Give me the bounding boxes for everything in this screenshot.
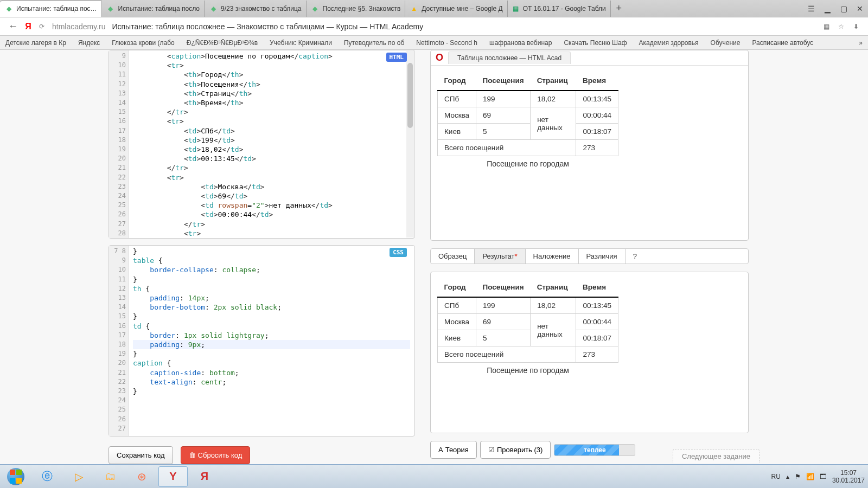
compare-tab[interactable]: Результат*: [475, 249, 525, 264]
html-code[interactable]: <caption>Посещение по городам</caption> …: [129, 50, 414, 238]
taskbar-yandex[interactable]: Я: [190, 466, 219, 487]
browser-tab-strip: ◆Испытание: таблица пос…◆Испытание: табл…: [0, 0, 868, 17]
css-gutter: 7 8 9 10 11 12 13 14 15 16 17 18 19 20 2…: [109, 246, 129, 436]
table-cell: 18,02: [531, 91, 576, 107]
bookmark-item[interactable]: Яндекс: [78, 39, 100, 47]
scrollbar[interactable]: [406, 51, 414, 237]
html-gutter: 9 10 11 12 13 14 15 16 17 18 19 20 21 22…: [109, 50, 129, 238]
menu-icon[interactable]: ☰: [803, 4, 819, 13]
url-domain: htmlacademy.ru: [52, 22, 106, 31]
table-header: Время: [576, 278, 618, 297]
taskbar-yandex-browser[interactable]: Y: [158, 466, 188, 487]
bookmark-item[interactable]: Ð¿Ñ€Ð¾Ð³Ñ€ÐµÐ³Ð¾в: [187, 39, 258, 47]
reload-button[interactable]: ⟳: [36, 23, 48, 30]
table-row: Киев500:18:07: [438, 124, 618, 140]
browser-tab[interactable]: ▦ОТ 16.01.17 - Google Табли: [508, 1, 611, 17]
html-editor[interactable]: HTML 9 10 11 12 13 14 15 16 17 18 19 20 …: [108, 50, 415, 239]
new-tab-button[interactable]: +: [611, 1, 627, 17]
extension-icon[interactable]: ▦: [820, 23, 833, 30]
scroll-thumb[interactable]: [407, 63, 413, 128]
css-badge: CSS: [390, 248, 407, 257]
table-cell: 199: [476, 91, 531, 107]
tray-chevron-icon[interactable]: ▴: [786, 473, 789, 480]
preview-tab[interactable]: Таблица посложнее — HTML Acad: [448, 52, 571, 64]
tray-time: 15:07: [832, 469, 865, 477]
compare-tabs: ОбразецРезультат*НаложениеРазличия?: [430, 248, 749, 264]
tray-lang[interactable]: RU: [771, 473, 781, 480]
yandex-logo-icon[interactable]: Я: [21, 22, 36, 31]
table-row: Москва69нет данных00:00:44: [438, 314, 618, 330]
favicon-icon: ◆: [4, 4, 13, 13]
compare-tab[interactable]: Различия: [579, 249, 626, 264]
url-title: Испытание: таблица посложнее — Знакомств…: [112, 22, 423, 31]
browser-tab[interactable]: ◆Последние §5. Знакомств: [307, 1, 406, 17]
bookmark-item[interactable]: Скачать Песню Шаф: [564, 39, 627, 47]
table-cell: 00:13:45: [576, 91, 618, 107]
download-icon[interactable]: ⬇: [850, 23, 863, 30]
bookmark-item[interactable]: Детские лагеря в Кр: [5, 39, 66, 47]
tray-network-icon[interactable]: 📶: [806, 473, 814, 480]
bookmark-item[interactable]: Глюкоза крови (лабо: [112, 39, 175, 47]
bookmark-item[interactable]: Учебник: Криминали: [270, 39, 332, 47]
favicon-icon: ◆: [106, 4, 115, 13]
tab-label: Последние §5. Знакомств: [323, 5, 401, 12]
bookmark-item[interactable]: Расписание автобус: [752, 39, 813, 47]
table-header: Страниц: [531, 278, 576, 297]
table-cell: Киев: [438, 124, 476, 140]
table-cell: Всего посещений: [438, 346, 576, 363]
table-row: Всего посещений273: [438, 346, 618, 363]
bookmark-item[interactable]: шафранова вебинар: [489, 39, 552, 47]
bookmark-item[interactable]: Путеводитель по об: [344, 39, 404, 47]
address-bar: ← Я ⟳ htmlacademy.ru Испытание: таблица …: [0, 17, 868, 36]
next-task-button[interactable]: Следующее задание: [673, 449, 760, 463]
bookmark-item[interactable]: Обучение: [711, 39, 741, 47]
css-code[interactable]: }table { border-collapse: collapse;}th {…: [129, 246, 414, 436]
browser-tab[interactable]: ◆Испытание: таблица пос…: [0, 1, 102, 17]
table-cell: Москва: [438, 314, 476, 330]
save-code-button[interactable]: Сохранить код: [108, 446, 173, 464]
taskbar-app[interactable]: ⊛: [127, 466, 156, 487]
table-cell: нет данных: [531, 107, 576, 140]
bookmarks-overflow[interactable]: »: [859, 39, 863, 47]
bookmark-item[interactable]: Академия здоровья: [639, 39, 699, 47]
theory-button[interactable]: AТеория: [430, 441, 477, 459]
table-cell: 273: [576, 140, 618, 156]
progress-label: теплее: [554, 445, 635, 455]
taskbar-media[interactable]: ▷: [64, 466, 93, 487]
start-button[interactable]: [1, 466, 30, 487]
tab-label: 9/23 знакомство с таблица: [221, 5, 302, 12]
compare-tab[interactable]: Наложение: [526, 249, 579, 264]
taskbar-ie[interactable]: ⓔ: [33, 466, 62, 487]
compare-tab[interactable]: Образец: [431, 249, 475, 264]
reset-code-button[interactable]: 🗑Сбросить код: [181, 446, 251, 464]
table-header: Время: [576, 71, 618, 91]
favicon-icon: ▦: [512, 4, 520, 13]
tray-clock[interactable]: 15:07 30.01.2017: [832, 469, 865, 484]
table-cell: 00:18:07: [576, 124, 618, 140]
css-editor[interactable]: CSS 7 8 9 10 11 12 13 14 15 16 17 18 19 …: [108, 245, 415, 436]
minimize-icon[interactable]: ▁: [819, 4, 835, 13]
table-row: СПб19918,0200:13:45: [438, 297, 618, 314]
browser-tab[interactable]: ▲Доступные мне – Google Д: [405, 1, 507, 17]
bookmark-item[interactable]: Nettimoto - Second h: [416, 39, 477, 47]
tray-battery-icon[interactable]: 🗔: [820, 473, 826, 480]
theory-label: Теория: [445, 446, 469, 454]
table-header: Город: [438, 71, 476, 91]
back-button[interactable]: ←: [5, 21, 21, 32]
taskbar: ⓔ ▷ 🗂 ⊛ Y Я RU ▴ ⚑ 📶 🗔 15:07 30.01.2017: [0, 464, 868, 488]
bookmarks-bar: Детские лагеря в КрЯндексГлюкоза крови (…: [0, 36, 868, 50]
table-header: Страниц: [531, 71, 576, 91]
tab-label: ОТ 16.01.17 - Google Табли: [523, 5, 606, 12]
maximize-icon[interactable]: ▢: [835, 4, 852, 13]
browser-tab[interactable]: ◆Испытание: таблица посло: [102, 1, 205, 17]
star-icon[interactable]: ☆: [835, 23, 848, 30]
close-icon[interactable]: ✕: [852, 4, 868, 13]
favicon-icon: ◆: [209, 4, 218, 13]
taskbar-explorer[interactable]: 🗂: [95, 466, 125, 487]
browser-tab[interactable]: ◆9/23 знакомство с таблица: [205, 1, 307, 17]
url-field[interactable]: htmlacademy.ru Испытание: таблица послож…: [48, 20, 820, 33]
check-button[interactable]: ☑Проверить (3): [480, 441, 551, 459]
tray-flag-icon[interactable]: ⚑: [795, 473, 801, 480]
compare-tab[interactable]: ?: [626, 249, 644, 264]
favicon-icon: ◆: [311, 4, 320, 13]
